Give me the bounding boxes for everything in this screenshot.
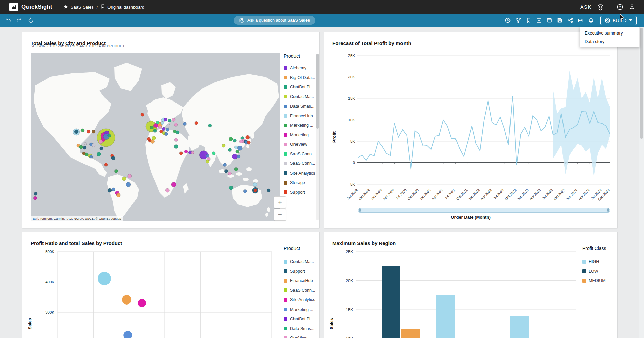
export-icon[interactable]	[536, 17, 542, 23]
map-bubble[interactable]	[184, 150, 188, 153]
map-bubble[interactable]	[179, 152, 183, 155]
map-bubble[interactable]	[128, 174, 132, 178]
map-bubble[interactable]	[183, 122, 186, 126]
map-bubble[interactable]	[167, 124, 170, 127]
map-bubble[interactable]	[234, 146, 238, 149]
map-bubble[interactable]	[79, 145, 83, 149]
legend-item[interactable]: Marketing ...	[284, 121, 320, 130]
map-bubble[interactable]	[152, 136, 156, 140]
undo-button[interactable]	[5, 17, 12, 24]
map-bubble[interactable]	[267, 189, 270, 192]
scatter-bubble[interactable]	[98, 272, 111, 285]
map-bubble[interactable]	[174, 123, 178, 126]
map-bubble[interactable]	[156, 121, 159, 124]
breadcrumb-dataset[interactable]: SaaS Sales	[71, 5, 94, 10]
map-bubble[interactable]	[115, 169, 118, 173]
map-bubble[interactable]	[223, 163, 227, 167]
map-bubble[interactable]	[229, 137, 233, 141]
map-bubble[interactable]	[206, 154, 209, 157]
map-bubble[interactable]	[150, 126, 153, 129]
map-bubble[interactable]	[206, 160, 209, 163]
menu-item-executive-summary[interactable]: Executive summary	[580, 29, 639, 37]
alerts-bell-icon[interactable]	[588, 17, 594, 23]
legend-item[interactable]: Big Ol Data...	[284, 73, 320, 83]
map-bubble[interactable]	[165, 188, 169, 192]
bar-chart[interactable]: 25K20K15K10K	[324, 232, 579, 338]
map-bubble[interactable]	[161, 121, 164, 125]
map-bubble[interactable]	[81, 129, 84, 132]
map-bubble[interactable]	[92, 130, 95, 133]
legend-item[interactable]: Support	[284, 267, 320, 276]
map-bubble[interactable]	[84, 142, 87, 145]
map-bubble[interactable]	[33, 196, 37, 200]
legend-item[interactable]: ContactMa...	[284, 257, 320, 267]
legend-item[interactable]: SaaS Conn...	[284, 149, 320, 159]
map-bubble[interactable]	[108, 188, 112, 192]
map-bubble[interactable]	[246, 135, 250, 139]
legend-item[interactable]: Marketing ...	[284, 305, 320, 315]
legend-item[interactable]: Site Analytics	[284, 295, 320, 305]
legend-item[interactable]: OneView	[284, 333, 320, 338]
map-bubble[interactable]	[165, 132, 168, 136]
ask-button[interactable]: ASK	[580, 4, 592, 10]
legend-item[interactable]: ContactMa...	[284, 92, 320, 102]
map-bubble[interactable]	[89, 155, 93, 158]
q-hexagon-icon[interactable]	[597, 4, 604, 11]
map-bubble[interactable]	[122, 177, 126, 181]
map-bubble[interactable]	[176, 131, 179, 134]
map-bubble[interactable]	[85, 153, 88, 156]
map-bubble[interactable]	[222, 144, 225, 147]
esri-link[interactable]: Esri	[33, 217, 38, 220]
map-bubble[interactable]	[166, 128, 169, 131]
map-bubble[interactable]	[254, 189, 257, 192]
map-bubble[interactable]	[212, 152, 215, 155]
map-bubble[interactable]	[99, 140, 103, 144]
legend-item[interactable]: FinanceHub	[284, 276, 320, 286]
legend-item[interactable]: ChatBot Pl...	[284, 82, 320, 92]
help-icon[interactable]: ?	[616, 4, 623, 10]
map-bubble[interactable]	[174, 145, 178, 149]
star-icon[interactable]	[63, 4, 68, 10]
schedule-icon[interactable]	[505, 17, 511, 23]
bar-high[interactable]	[510, 316, 529, 338]
legend-item[interactable]: Data Smas...	[284, 102, 320, 111]
map-bubble[interactable]	[233, 139, 236, 142]
thresholds-icon[interactable]	[546, 17, 552, 23]
map-bubble[interactable]	[92, 144, 95, 147]
map-zoom-out-button[interactable]: −	[274, 209, 286, 221]
legend-item[interactable]: Site Analytics	[284, 168, 320, 178]
map-bubble[interactable]	[232, 154, 237, 159]
forecast-chart[interactable]: 25K20K15K10K5K0-5KJul 2019Oct 2019Jan 20…	[324, 32, 616, 206]
map-bubble[interactable]	[100, 147, 103, 150]
legend-item[interactable]: FinanceHub	[284, 111, 320, 121]
redo-button[interactable]	[16, 17, 22, 24]
legend-item[interactable]: Support	[284, 188, 320, 197]
map-bubble[interactable]	[253, 183, 257, 187]
map-bubble[interactable]	[229, 186, 233, 190]
map-bubble[interactable]	[228, 148, 232, 152]
legend-item[interactable]: Alchemy	[284, 63, 320, 73]
reset-button[interactable]	[28, 17, 34, 24]
map-bubble[interactable]	[228, 172, 232, 175]
map-bubble[interactable]	[208, 124, 212, 127]
page-scrollbar[interactable]	[639, 27, 644, 338]
map-bubble[interactable]	[126, 182, 131, 187]
legend-item[interactable]: OneView	[284, 140, 320, 149]
world-map[interactable]: Esri, TomTom, Garmin, FAO, NOAA, USGS, ©…	[31, 53, 280, 221]
map-bubble[interactable]	[87, 130, 90, 133]
legend-item[interactable]: Marketing ...	[284, 130, 320, 140]
legend-item[interactable]: Storage	[284, 178, 320, 188]
ask-question-search[interactable]: Ask a question about SaaS Sales	[234, 16, 315, 25]
map-bubble[interactable]	[97, 152, 101, 156]
scatter-bubble[interactable]	[138, 299, 146, 307]
legend-item[interactable]: SaaS Conn...	[284, 159, 320, 168]
map-bubble[interactable]	[237, 155, 240, 158]
map-bubble[interactable]	[243, 190, 247, 193]
breadcrumb-page[interactable]: Original dashboard	[107, 5, 144, 10]
legend-item[interactable]: Data Smas...	[284, 324, 320, 334]
map-bubble[interactable]	[111, 156, 115, 160]
map-bubble[interactable]	[83, 146, 86, 149]
scatter-bubble[interactable]	[123, 331, 132, 338]
map-bubble[interactable]	[74, 130, 78, 134]
legend-item[interactable]: LOW	[582, 267, 618, 276]
